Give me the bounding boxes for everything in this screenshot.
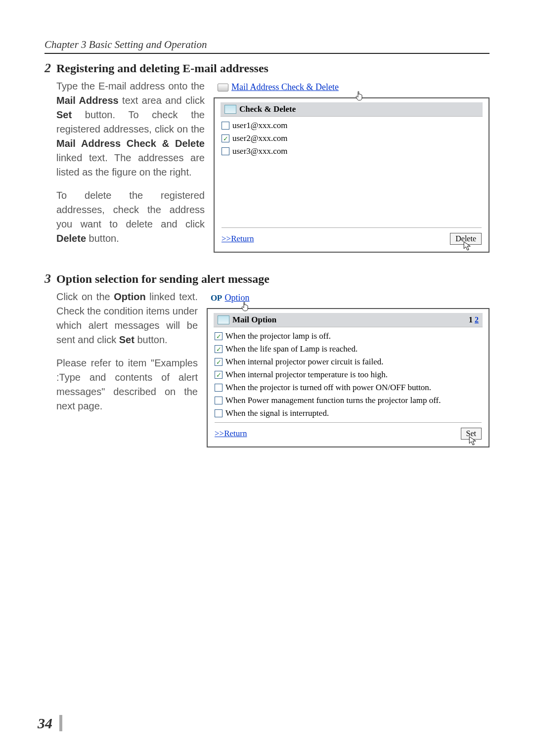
section-3-text: Click on the Option linked text. Check t…: [56, 290, 198, 447]
option-text: When the projector is turned off with po…: [225, 383, 431, 393]
checkbox[interactable]: [215, 397, 222, 404]
hand-cursor-icon: [241, 301, 250, 311]
checkbox[interactable]: [215, 384, 222, 392]
option-row: When the signal is interrupted.: [215, 408, 482, 418]
option-text: When Power management function turns the…: [225, 396, 441, 405]
delete-button[interactable]: Delete: [450, 233, 482, 245]
mail-option-screenshot: OP Option Mail Option 1 2: [207, 290, 490, 447]
section-number: 3: [44, 272, 56, 447]
section-3: 3 Option selection for sending alert mes…: [44, 272, 490, 447]
return-link[interactable]: >>Return: [222, 234, 254, 244]
page-indicator: 1 2: [469, 315, 479, 324]
check-delete-screenshot: Mail Address Check & Delete Check & Dele…: [214, 79, 490, 255]
page-2-link[interactable]: 2: [475, 315, 479, 324]
email-row: ✓ user2@xxx.com: [222, 133, 482, 143]
panel-icon: [218, 315, 229, 324]
section-number: 2: [44, 62, 56, 255]
checkbox[interactable]: ✓: [215, 332, 222, 340]
page-number: 34: [38, 715, 62, 731]
mail-icon: [218, 84, 228, 91]
arrow-cursor-icon: [469, 436, 477, 446]
option-row: ✓ When internal projector power circuit …: [215, 357, 482, 367]
option-row: When the projector is turned off with po…: [215, 383, 482, 393]
checkbox[interactable]: ✓: [215, 345, 222, 353]
checkbox[interactable]: ✓: [215, 358, 222, 366]
section-title: Registering and deleting E-mail addresse…: [56, 62, 490, 75]
set-button[interactable]: Set: [461, 428, 482, 440]
panel-title: Mail Option: [232, 315, 276, 325]
option-text: When the life span of Lamp is reached.: [225, 344, 357, 354]
checkbox[interactable]: ✓: [222, 134, 229, 142]
mail-address-check-delete-link[interactable]: Mail Address Check & Delete: [231, 82, 339, 92]
email-text: user3@xxx.com: [232, 146, 288, 156]
option-row: When Power management function turns the…: [215, 396, 482, 405]
chapter-header: Chapter 3 Basic Setting and Operation: [44, 39, 490, 54]
op-icon: OP: [211, 293, 222, 303]
check-delete-panel: Check & Delete user1@xxx.com ✓ user2@xxx…: [214, 97, 490, 253]
checkbox[interactable]: ✓: [215, 371, 222, 379]
option-text: When the signal is interrupted.: [225, 408, 329, 418]
email-text: user1@xxx.com: [232, 121, 288, 131]
panel-icon: [224, 105, 236, 114]
checkbox[interactable]: [215, 409, 222, 417]
checkbox[interactable]: [222, 122, 229, 130]
option-text: When internal projector power circuit is…: [225, 357, 384, 367]
checkbox[interactable]: [222, 147, 229, 155]
option-text: When internal projector temperature is t…: [225, 370, 388, 380]
mail-option-panel: Mail Option 1 2 ✓ When the projector lam…: [207, 308, 490, 447]
panel-header: Check & Delete: [221, 102, 483, 117]
section-title: Option selection for sending alert messa…: [56, 272, 490, 286]
option-row: ✓ When the projector lamp is off.: [215, 331, 482, 341]
section-2-text: Type the E-mail address onto the Mail Ad…: [56, 79, 205, 255]
panel-title: Check & Delete: [239, 104, 296, 114]
arrow-cursor-icon: [463, 241, 471, 251]
option-row: ✓ When internal projector temperature is…: [215, 370, 482, 380]
email-row: user3@xxx.com: [222, 146, 482, 156]
email-text: user2@xxx.com: [232, 133, 288, 143]
section-2: 2 Registering and deleting E-mail addres…: [44, 62, 490, 255]
option-text: When the projector lamp is off.: [225, 331, 331, 341]
hand-cursor-icon: [356, 90, 364, 100]
email-row: user1@xxx.com: [222, 121, 482, 131]
option-row: ✓ When the life span of Lamp is reached.: [215, 344, 482, 354]
panel-header: Mail Option 1 2: [214, 313, 483, 327]
return-link[interactable]: >>Return: [215, 429, 247, 439]
